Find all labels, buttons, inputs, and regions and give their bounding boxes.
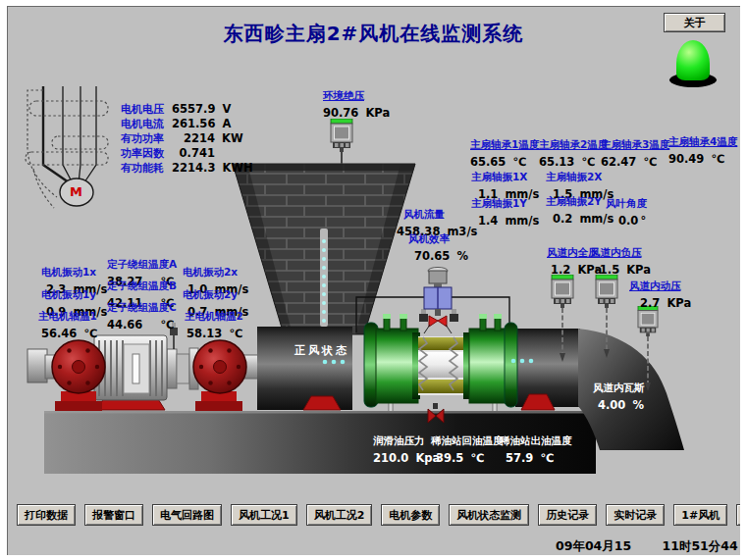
label: 风道内负压 [590, 246, 651, 260]
outlet-duct [515, 329, 580, 407]
label: 环境绝压 [323, 89, 390, 103]
alarm-window-button[interactable]: 报警窗口 [84, 504, 143, 526]
motor-current: 电机电流 261.56 A [121, 117, 231, 131]
label: 风道内瓦斯 [593, 382, 645, 395]
fan-bearing1-temp: 主扇轴承1温度 65.65℃ [470, 138, 539, 169]
unit: ℃ [711, 152, 724, 166]
current-time: 11时51分44秒 [663, 538, 747, 560]
flow-dots-funnel [322, 239, 326, 323]
label: 电机振动2y [183, 288, 248, 302]
unit: KW [222, 131, 243, 145]
label: 主扇轴振1Y [471, 197, 539, 211]
exit-system-button[interactable]: 退出系统 [736, 504, 747, 526]
label: 风机流量 [397, 208, 477, 222]
value: 65.13 [539, 155, 574, 169]
label: 主扇轴承4温度 [668, 135, 737, 149]
motor-shaft-temp-2: 主电机轴温2 58.13℃ [185, 310, 243, 340]
oil-station-return-temp: 稀油站回油温度 39.5℃ [431, 434, 504, 465]
fan-status-label: 正风状态 [294, 343, 349, 358]
label: 有功功率 [121, 131, 172, 146]
label: 风机效率 [408, 232, 468, 246]
fan-condition2-button[interactable]: 风机工况2 [306, 504, 373, 526]
negative-pressure-transmitter-icon [596, 275, 617, 358]
fan-1-button[interactable]: 1#风机 [673, 504, 727, 526]
stator-temp-c: 定子绕组温度C 44.66℃ [107, 301, 177, 331]
flow-dots-machine [323, 359, 534, 365]
unit: ℃ [229, 327, 242, 340]
ambient-pressure-transmitter-icon [331, 119, 352, 164]
unit: % [632, 398, 644, 412]
fan-casing [364, 309, 517, 407]
value: 1.2 [551, 263, 570, 277]
label: 电机振动1y [41, 288, 107, 302]
motor-symbol: M [70, 184, 82, 199]
drive-shaft [27, 348, 268, 389]
unit: mm/s [505, 214, 539, 228]
value: 90.49 [668, 152, 704, 166]
label: 风叶角度 [606, 197, 647, 211]
flow-indicator-tube [320, 229, 328, 327]
label: 主扇轴承3温度 [601, 138, 669, 152]
datetime: 09年04月15日 11时51分44秒 [556, 538, 747, 560]
value: 44.66 [107, 318, 142, 331]
page-title: 东西畛主扇2#风机在线监测系统 [0, 21, 747, 47]
label: 稀油站出油温度 [500, 434, 572, 448]
label: 主扇轴振2X [546, 171, 614, 184]
value: 261.56 [172, 117, 215, 130]
active-power: 有功功率 2214 KW [121, 131, 243, 146]
motor-circuit-schematic [26, 86, 108, 208]
current-date: 09年04月15日 [556, 538, 641, 560]
label: 主扇轴承2温度 [539, 138, 608, 152]
label: 定子绕组温度C [107, 301, 177, 315]
unit: ℃ [470, 451, 484, 465]
lube-oil-pipe [391, 379, 495, 415]
status-lamp [676, 40, 710, 80]
oil-station-outlet-temp: 稀油站出油温度 57.9℃ [500, 434, 572, 465]
label: 主扇轴承1温度 [470, 138, 539, 152]
about-button[interactable]: 关于 [664, 13, 725, 32]
value: 0.2 [553, 212, 572, 226]
inlet-funnel [233, 164, 415, 334]
electric-circuit-button[interactable]: 电气回路图 [152, 504, 222, 526]
fan-condition1-button[interactable]: 风机工况1 [231, 504, 297, 526]
label: 风道内动压 [629, 280, 691, 293]
bearing-housing-2 [193, 340, 246, 411]
value: 2214 [172, 131, 215, 145]
fan-bearing4-temp: 主扇轴承4温度 90.49℃ [668, 135, 737, 166]
value: 0.741 [172, 146, 215, 160]
power-factor: 功率因数 0.741 [121, 146, 222, 161]
fan-status-monitor-button[interactable]: 风机状态监测 [449, 504, 529, 526]
label: 功率因数 [121, 146, 172, 161]
value: 58.13 [187, 327, 222, 340]
unit: KPa [365, 106, 390, 120]
fan-bearing2-temp: 主扇轴承2温度 65.13℃ [539, 138, 608, 169]
unit: % [456, 249, 468, 263]
value: 210.0 [373, 451, 408, 465]
value: 6557.9 [172, 102, 215, 116]
fan-efficiency-readout: 风机效率 70.65% [408, 232, 468, 263]
value: 2214.3 [172, 161, 215, 175]
realtime-record-button[interactable]: 实时记录 [606, 504, 665, 526]
unit: ℃ [540, 451, 554, 465]
value: 56.46 [41, 327, 77, 340]
history-record-button[interactable]: 历史记录 [538, 504, 597, 526]
unit: V [222, 102, 231, 116]
value: -1.5 [595, 263, 619, 277]
unit: ℃ [160, 318, 174, 331]
duct-negative-pressure: 风道内负压 -1.5KPa [590, 246, 651, 277]
motor-shaft-temp-1: 主电机轴温1 56.46℃ [38, 310, 97, 340]
blade-angle-readout: 风叶角度 0.0° [606, 197, 647, 228]
label: 主扇轴振2Y [546, 195, 614, 209]
motor-params-button[interactable]: 电机参数 [381, 504, 440, 526]
unit: KWH [222, 161, 252, 175]
value: 2.7 [640, 296, 660, 310]
oil-pump-icon [383, 412, 394, 423]
print-data-button[interactable]: 打印数据 [17, 504, 76, 526]
fan-bearing3-temp: 主扇轴承3温度 62.47℃ [601, 138, 669, 169]
label: 主扇轴振1X [471, 171, 539, 184]
value: 0.0 [618, 214, 638, 228]
temperature-probe-icons [419, 309, 458, 390]
unit: ℃ [83, 327, 97, 340]
scada-main-screen: 东西畛主扇2#风机在线监测系统 关于 电机电压 6557.9 V 电机电流 26… [0, 0, 747, 560]
duct-gas-readout: 风道内瓦斯 4.00% [593, 382, 645, 412]
